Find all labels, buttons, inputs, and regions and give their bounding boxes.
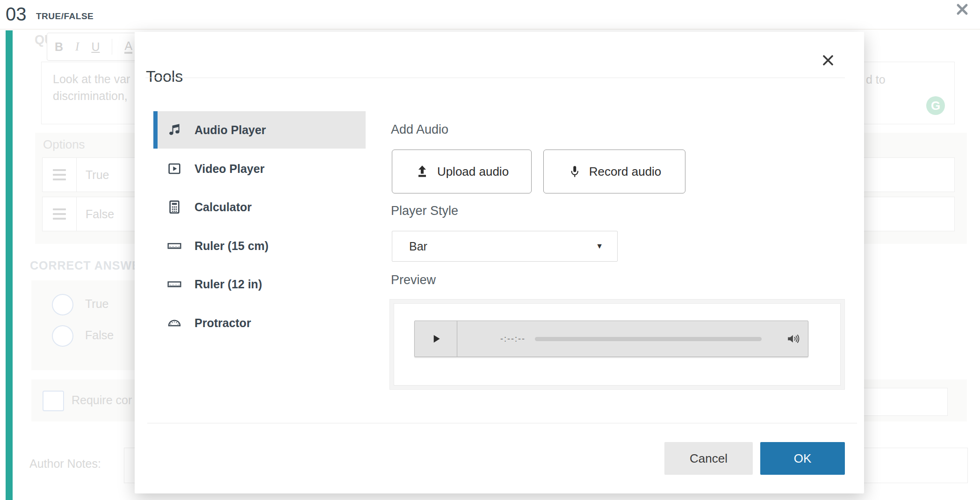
radio-true[interactable] [52,294,73,315]
drag-handle-icon[interactable] [42,157,77,192]
video-play-icon [166,161,182,177]
header-divider [0,29,980,29]
audio-player-bar: -:--:-- [414,321,808,357]
protractor-icon [166,315,182,331]
underline-button[interactable]: U [91,40,100,54]
sidebar-item-calculator[interactable]: Calculator [153,188,366,226]
microphone-icon [568,164,582,179]
radio-true-label: True [85,297,108,311]
sidebar-item-label: Video Player [195,162,265,176]
record-audio-button[interactable]: Record audio [543,150,685,193]
sidebar-item-video-player[interactable]: Video Player [153,150,366,187]
bold-button[interactable]: B [55,40,63,54]
player-style-heading: Player Style [391,204,458,218]
music-note-icon [166,122,182,138]
upload-icon [415,164,430,179]
grammarly-icon[interactable]: G [926,96,945,115]
sidebar-item-ruler-15cm[interactable]: Ruler (15 cm) [153,227,366,264]
font-color-button[interactable]: A [124,40,132,54]
cancel-button[interactable]: Cancel [664,442,753,475]
sidebar-item-audio-player[interactable]: Audio Player [153,111,366,149]
radio-false[interactable] [52,325,73,347]
modal-header-divider [145,78,845,78]
tools-modal: Tools Audio Player Video Player Calculat… [135,32,864,493]
question-number: 03 [6,4,27,25]
play-icon [430,333,442,345]
option-true-value: True [86,168,109,182]
correct-answer-label: CORRECT ANSWER [30,259,136,272]
question-text-line1: Look at the var [53,72,130,86]
volume-icon[interactable] [786,332,800,346]
italic-button[interactable]: I [75,40,79,53]
sidebar-item-label: Ruler (15 cm) [195,239,268,253]
add-audio-heading: Add Audio [391,122,448,137]
option-false-value: False [86,207,114,221]
author-notes-label: Author Notes: [29,457,101,471]
ruler-icon [166,238,182,254]
drag-handle-icon[interactable] [42,197,77,231]
modal-title: Tools [146,67,183,86]
screen: 03 TRUE/FALSE QU B I U A Look at the var… [0,0,980,500]
question-accent-bar [6,30,13,500]
seek-bar[interactable] [535,337,762,341]
ruler-icon [166,276,182,292]
options-label: Options [43,137,85,152]
sidebar-item-label: Protractor [195,316,251,330]
preview-heading: Preview [391,273,436,287]
modal-close-icon[interactable] [820,52,836,68]
radio-false-label: False [85,329,114,342]
sidebar-item-ruler-12in[interactable]: Ruler (12 in) [153,265,366,303]
question-type-label: TRUE/FALSE [36,11,94,21]
sidebar-item-label: Ruler (12 in) [195,278,262,291]
upload-audio-label: Upload audio [437,164,509,179]
toolbar-separator [112,39,112,55]
chevron-down-icon: ▼ [596,242,603,250]
sidebar-item-protractor[interactable]: Protractor [153,304,366,342]
require-checkbox-label: Require cor [72,393,132,407]
page-close-icon[interactable] [954,1,971,18]
question-text-fragment: d to [866,73,886,86]
question-text-line2: discrimination, [53,89,128,103]
player-style-value: Bar [409,240,427,253]
calculator-icon [166,199,182,215]
player-style-dropdown[interactable]: Bar ▼ [392,231,618,262]
record-audio-label: Record audio [589,164,662,179]
require-checkbox[interactable] [43,391,64,411]
time-display: -:--:-- [500,334,526,344]
sidebar-item-label: Calculator [195,200,252,214]
play-button[interactable] [415,321,457,357]
sidebar-item-label: Audio Player [195,123,266,137]
ok-button[interactable]: OK [760,442,845,475]
rich-text-toolbar: B I U A [47,33,145,61]
upload-audio-button[interactable]: Upload audio [392,150,532,193]
modal-footer-divider [147,423,857,423]
